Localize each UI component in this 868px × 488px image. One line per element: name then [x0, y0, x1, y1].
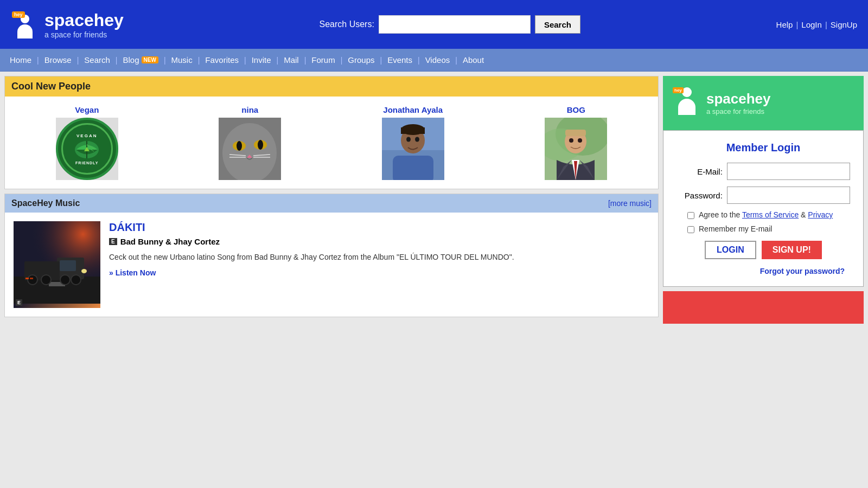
album-art: E — [14, 221, 100, 308]
left-column: Cool New People Vegan VEGAN — [4, 76, 659, 484]
svg-rect-27 — [565, 130, 586, 136]
music-header: SpaceHey Music [more music] — [5, 194, 658, 213]
svg-point-7 — [258, 140, 263, 150]
sh-person-icon: hey — [674, 87, 700, 119]
svg-point-5 — [237, 141, 242, 151]
spacehey-brand-tagline: a space for friends — [706, 107, 771, 115]
person-avatar-bog — [545, 118, 607, 180]
music-section: SpaceHey Music [more music] — [4, 194, 659, 317]
svg-rect-40 — [25, 278, 29, 279]
login-title: Member Login — [676, 142, 850, 154]
new-badge: NEW — [142, 56, 158, 63]
svg-point-35 — [28, 275, 37, 285]
search-users-label: Search Users: — [320, 20, 374, 29]
terms-link[interactable]: Terms of Service — [742, 210, 799, 219]
spacehey-logo-icon: hey — [674, 87, 700, 119]
nav-music[interactable]: Music — [166, 49, 198, 72]
login-button[interactable]: LOGIN — [705, 241, 756, 259]
email-label: E-Mail: — [676, 167, 723, 176]
nav-about[interactable]: About — [457, 49, 489, 72]
nav-events[interactable]: Events — [382, 49, 418, 72]
site-header: hey spacehey a space for friends Search … — [0, 0, 868, 49]
svg-point-39 — [81, 269, 87, 273]
email-row: E-Mail: — [676, 163, 850, 180]
login-box: Member Login E-Mail: Password: Agree to … — [663, 130, 864, 287]
music-info: DÁKITI E Bad Bunny & Jhay Cortez Ceck ou… — [109, 221, 649, 308]
song-artist: Bad Bunny & Jhay Cortez — [120, 237, 220, 246]
person-card-vegan[interactable]: Vegan VEGAN — [56, 105, 118, 180]
person-card-nina[interactable]: nina — [219, 105, 281, 180]
song-title: DÁKITI — [109, 221, 649, 234]
svg-rect-30 — [14, 277, 100, 304]
search-button[interactable]: Search — [535, 15, 580, 34]
nav-favorites[interactable]: Favorites — [200, 49, 244, 72]
person-name-vegan: Vegan — [75, 105, 99, 114]
logo-area[interactable]: hey spacehey a space for friends — [11, 10, 124, 39]
nav-home[interactable]: Home — [4, 49, 37, 72]
hey-badge: hey — [12, 11, 25, 18]
listen-now-link[interactable]: » Listen Now — [109, 268, 156, 277]
person-name-jonathan: Jonathan Ayala — [383, 105, 443, 114]
person-avatar-vegan: VEGAN — [56, 118, 118, 180]
svg-point-36 — [41, 275, 51, 285]
nav-mail[interactable]: Mail — [278, 49, 304, 72]
logo-text-area: spacehey a space for friends — [44, 10, 124, 39]
nav-invite[interactable]: Invite — [246, 49, 277, 72]
more-music-link[interactable]: [more music] — [608, 199, 652, 208]
nav-videos[interactable]: Videos — [420, 49, 456, 72]
red-promo-box — [663, 291, 864, 324]
password-row: Password: — [676, 187, 850, 204]
navbar: Home | Browse | Search | Blog NEW | Musi… — [0, 49, 868, 72]
search-input[interactable] — [379, 15, 531, 34]
svg-rect-33 — [60, 260, 76, 271]
terms-row: Agree to the Terms of Service & Privacy — [676, 210, 850, 219]
svg-point-18 — [415, 137, 419, 142]
explicit-label: E — [16, 299, 22, 306]
svg-point-38 — [71, 275, 81, 285]
nav-blog[interactable]: Blog NEW — [118, 49, 164, 72]
remember-label: Remember my E-mail — [699, 224, 772, 233]
person-name-nina: nina — [241, 105, 258, 114]
nav-browse[interactable]: Browse — [39, 49, 77, 72]
spacehey-text-area: spacehey a space for friends — [706, 91, 771, 115]
person-name-bog: BOG — [567, 105, 585, 114]
logo-icon: hey — [11, 10, 39, 38]
cool-people-header: Cool New People — [5, 76, 658, 97]
nav-groups[interactable]: Groups — [342, 49, 380, 72]
music-content: E DÁKITI E Bad Bunny & Jhay Cortez Ceck … — [5, 213, 658, 317]
svg-rect-41 — [30, 278, 33, 279]
cool-people-section: Cool New People Vegan VEGAN — [4, 76, 659, 189]
logo-subtitle: a space for friends — [44, 30, 124, 39]
privacy-link[interactable]: Privacy — [808, 210, 833, 219]
svg-point-25 — [569, 138, 573, 143]
music-section-title: SpaceHey Music — [11, 198, 80, 208]
person-card-jonathan[interactable]: Jonathan Ayala — [382, 105, 444, 180]
signup-link[interactable]: SignUp — [831, 20, 857, 29]
nav-forum[interactable]: Forum — [306, 49, 340, 72]
person-avatar-jonathan — [382, 118, 444, 180]
svg-point-37 — [60, 275, 70, 285]
remember-row: Remember my E-mail — [676, 224, 850, 233]
password-input[interactable] — [727, 187, 850, 204]
terms-checkbox[interactable] — [687, 212, 694, 219]
svg-point-17 — [406, 137, 411, 142]
cool-people-grid: Vegan VEGAN — [5, 97, 658, 189]
email-input[interactable] — [727, 163, 850, 180]
song-explicit-badge: E — [109, 238, 117, 245]
person-card-bog[interactable]: BOG — [545, 105, 607, 180]
remember-checkbox[interactable] — [687, 226, 694, 233]
spacehey-brand-box: hey spacehey a space for friends — [663, 76, 864, 130]
nav-search[interactable]: Search — [79, 49, 116, 72]
logo-title: spacehey — [44, 10, 124, 30]
svg-point-3 — [222, 123, 277, 180]
song-description: Ceck out the new Urbano latino Song from… — [109, 252, 649, 263]
login-link[interactable]: LogIn — [801, 20, 822, 29]
cool-people-title: Cool New People — [11, 81, 91, 92]
spacehey-brand-name: spacehey — [706, 91, 771, 107]
forgot-password-link[interactable]: Forgot your password? — [676, 267, 850, 275]
person-avatar-nina — [219, 118, 281, 180]
signup-button[interactable]: SIGN UP! — [762, 241, 822, 259]
help-link[interactable]: Help — [776, 20, 793, 29]
svg-point-26 — [578, 138, 582, 143]
login-buttons: LOGIN SIGN UP! — [676, 241, 850, 259]
